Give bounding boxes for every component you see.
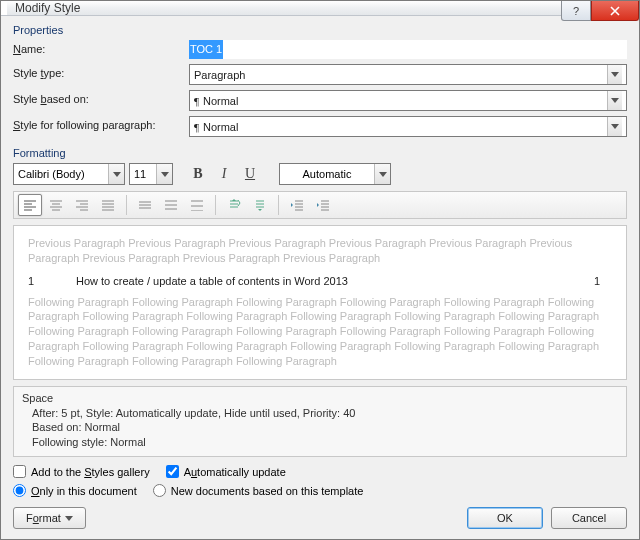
only-this-doc-radio[interactable]: Only in this document [13, 484, 137, 497]
name-input[interactable]: TOC 1 [189, 40, 627, 59]
space-line-3: Following style: Normal [22, 435, 618, 450]
following-combo[interactable]: ¶Normal [189, 116, 627, 137]
only-this-doc-input[interactable] [13, 484, 26, 497]
styletype-value: Paragraph [194, 69, 245, 81]
styletype-label: Style type: [13, 64, 183, 85]
line-spacing-icon [190, 199, 204, 211]
chevron-down-icon [607, 117, 622, 136]
align-center-icon [49, 199, 63, 211]
separator [126, 195, 127, 215]
align-justify-button[interactable] [96, 194, 120, 216]
space-line-2: Based on: Normal [22, 420, 618, 435]
basedon-label: Style based on: [13, 90, 183, 111]
add-to-gallery-checkbox[interactable]: Add to the Styles gallery [13, 465, 150, 478]
align-justify-icon [101, 199, 115, 211]
close-button[interactable] [591, 1, 639, 21]
window-buttons: ? [561, 1, 639, 21]
auto-update-checkbox[interactable]: Automatically update [166, 465, 286, 478]
align-left-icon [23, 199, 37, 211]
font-combo[interactable]: Calibri (Body) [13, 163, 125, 185]
decrease-indent-icon [290, 199, 304, 211]
properties-group-label: Properties [13, 24, 627, 36]
chevron-down-icon [65, 516, 73, 521]
underline-button[interactable]: U [239, 163, 261, 185]
formatting-group-label: Formatting [13, 147, 627, 159]
space-after-icon [253, 198, 267, 212]
preview-sample-text: How to create / update a table of conten… [76, 274, 564, 289]
ok-button[interactable]: OK [467, 507, 543, 529]
name-label: Name: [13, 40, 183, 59]
decrease-indent-button[interactable] [285, 194, 309, 216]
separator [215, 195, 216, 215]
basedon-combo[interactable]: ¶Normal [189, 90, 627, 111]
space-before-icon [227, 198, 241, 212]
line-spacing-15-button[interactable] [159, 194, 183, 216]
chevron-down-icon [374, 164, 390, 184]
format-button[interactable]: Format [13, 507, 86, 529]
dialog-body: Properties Name: TOC 1 Style type: Parag… [1, 16, 639, 539]
formatting-row-1: Calibri (Body) 11 B I U Automatic [13, 163, 627, 185]
line-spacing-2-button[interactable] [185, 194, 209, 216]
preview-area: Previous Paragraph Previous Paragraph Pr… [13, 225, 627, 380]
close-icon [609, 5, 621, 17]
font-color-combo[interactable]: Automatic [279, 163, 391, 185]
chevron-down-icon [607, 65, 622, 84]
increase-indent-button[interactable] [311, 194, 335, 216]
font-size-combo[interactable]: 11 [129, 163, 173, 185]
cancel-button[interactable]: Cancel [551, 507, 627, 529]
new-docs-template-radio[interactable]: New documents based on this template [153, 484, 364, 497]
preview-sample-number: 1 [28, 274, 46, 289]
following-label: Style for following paragraph: [13, 116, 183, 137]
separator [278, 195, 279, 215]
preview-ghost-after: Following Paragraph Following Paragraph … [28, 295, 612, 369]
preview-ghost-before: Previous Paragraph Previous Paragraph Pr… [28, 236, 612, 266]
formatting-row-2 [13, 191, 627, 219]
styletype-combo[interactable]: Paragraph [189, 64, 627, 85]
chevron-down-icon [607, 91, 622, 110]
increase-indent-icon [316, 199, 330, 211]
align-right-icon [75, 199, 89, 211]
options-row-1: Add to the Styles gallery Automatically … [13, 465, 627, 478]
align-right-button[interactable] [70, 194, 94, 216]
help-icon: ? [571, 5, 581, 17]
space-before-decrease-button[interactable] [248, 194, 272, 216]
pilcrow-icon: ¶ [194, 121, 199, 133]
style-description-box: Space After: 5 pt, Style: Automatically … [13, 386, 627, 457]
preview-sample-page: 1 [594, 274, 612, 289]
line-spacing-icon [164, 199, 178, 211]
space-before-increase-button[interactable] [222, 194, 246, 216]
pilcrow-icon: ¶ [194, 95, 199, 107]
footer: Format OK Cancel [13, 507, 627, 529]
options-row-2: Only in this document New documents base… [13, 484, 627, 497]
titlebar: Modify Style ? [1, 1, 639, 16]
following-value: Normal [203, 121, 238, 133]
help-button[interactable]: ? [561, 1, 591, 21]
template-label: New documents based on this template [171, 485, 364, 497]
align-left-button[interactable] [18, 194, 42, 216]
basedon-value: Normal [203, 95, 238, 107]
properties-grid: Name: TOC 1 Style type: Paragraph Style … [13, 40, 627, 137]
bold-button[interactable]: B [187, 163, 209, 185]
dialog-title: Modify Style [7, 1, 80, 15]
line-spacing-1-button[interactable] [133, 194, 157, 216]
space-heading: Space [22, 391, 618, 406]
italic-button[interactable]: I [213, 163, 235, 185]
line-spacing-icon [138, 199, 152, 211]
space-line-1: After: 5 pt, Style: Automatically update… [22, 406, 618, 421]
add-to-gallery-input[interactable] [13, 465, 26, 478]
modify-style-dialog: Modify Style ? Properties Name: TOC 1 St… [0, 0, 640, 540]
chevron-down-icon [108, 164, 124, 184]
auto-update-input[interactable] [166, 465, 179, 478]
font-value: Calibri (Body) [14, 168, 108, 180]
svg-text:?: ? [573, 5, 579, 17]
align-center-button[interactable] [44, 194, 68, 216]
font-size-value: 11 [130, 168, 156, 180]
font-color-value: Automatic [280, 168, 374, 180]
options-area: Add to the Styles gallery Automatically … [13, 465, 627, 497]
name-value: TOC 1 [189, 40, 223, 59]
chevron-down-icon [156, 164, 172, 184]
preview-sample: 1 How to create / update a table of cont… [28, 274, 612, 289]
new-docs-template-input[interactable] [153, 484, 166, 497]
